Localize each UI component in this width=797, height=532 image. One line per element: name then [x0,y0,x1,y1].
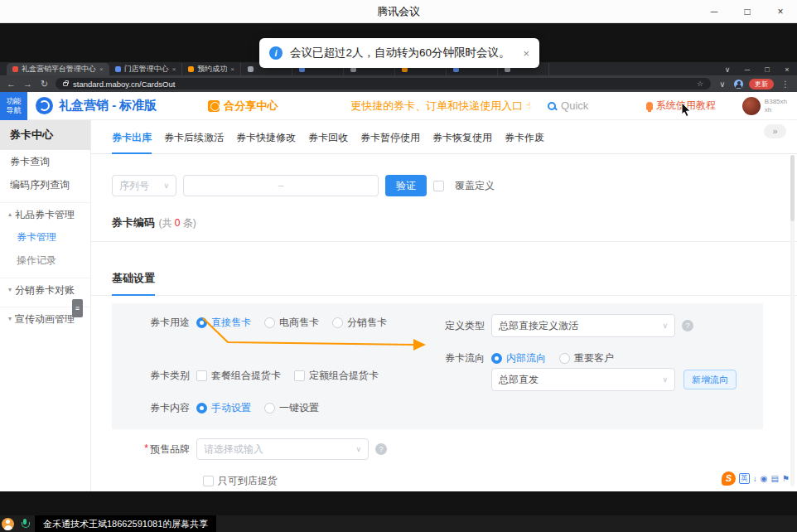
radio-internal-flow[interactable]: 内部流向 [491,351,546,365]
avatar [742,97,761,115]
triangle-up-icon [8,203,12,226]
tab-close-icon[interactable] [172,65,176,73]
radio-off-icon [264,317,275,328]
url-bar[interactable]: standard.maboy.cn/CardsOut [56,78,711,89]
store-pickup-checkbox[interactable] [203,476,214,486]
web-app: 功能导航 礼盒营销 - 标准版 合分享中心 更快捷的券卡、订单和快递使用入口 Q… [0,92,797,491]
brand-select[interactable]: 请选择或输入 [196,438,369,460]
category-row: 券卡类别 套餐组合提货卡 定额组合提货卡 [112,369,392,383]
forward-icon[interactable] [22,79,33,89]
tab-card-quick-edit[interactable]: 券卡快捷修改 [236,131,296,153]
sidebar-group-gift-card-mgmt[interactable]: 礼品券卡管理 [0,202,90,225]
favicon-icon [248,66,254,72]
radio-direct-sale[interactable]: 直接售卡 [196,316,251,330]
chevron-down-icon[interactable] [717,63,737,75]
screen-share-area: 会议已超过2人，自动转为60分钟限时会议。 礼盒营销平台管理中心 门店管理中心 [0,23,797,515]
option-label: 重要客户 [574,351,614,365]
radio-important-customer[interactable]: 重要客户 [559,351,614,365]
radio-ecommerce-sale[interactable]: 电商售卡 [264,316,319,330]
toast-message: 会议已超过2人，自动转为60分钟限时会议。 [290,46,510,60]
add-flow-button[interactable]: 新增流向 [683,370,737,389]
tab-card-recycle[interactable]: 券卡回收 [308,131,348,153]
sidebar-item-card-mgmt[interactable]: 券卡管理 [0,225,90,249]
browser-maximize-icon[interactable] [757,63,777,75]
help-icon[interactable] [375,443,387,455]
flow-select[interactable]: 总部直发 [491,368,675,391]
toast-close-icon[interactable] [523,47,529,60]
bookmark-star-icon[interactable] [697,80,703,88]
checkbox-combo-card[interactable]: 套餐组合提货卡 [196,369,281,383]
browser-window: 礼盒营销平台管理中心 门店管理中心 预约成功 [0,62,797,491]
close-icon[interactable] [764,0,797,22]
plugin-flag-icon[interactable] [782,473,790,484]
tab-card-activate[interactable]: 券卡后续激活 [164,131,224,153]
checkbox-fixed-combo-card[interactable]: 定额组合提货卡 [294,369,379,383]
translate-plugin-icon[interactable]: 英 [739,473,750,484]
help-icon[interactable] [682,320,693,331]
share-center-link[interactable]: 合分享中心 [208,99,278,114]
favicon-icon [12,66,18,72]
back-icon[interactable] [6,79,17,89]
profile-icon[interactable] [734,80,743,89]
flow-select-row: 总部直发 新增流向 [433,368,737,391]
serial-type-select[interactable]: 序列号 [112,175,176,196]
scrollbar[interactable] [790,155,795,486]
serial-range-input[interactable]: – [183,175,379,196]
browser-minimize-icon[interactable] [737,63,757,75]
serial-select-label: 序列号 [119,179,149,193]
lightbulb-icon [646,102,653,110]
browser-close-icon[interactable] [777,63,797,75]
quick-search[interactable]: Quick [548,99,588,112]
tab-card-resume[interactable]: 券卡恢复使用 [432,131,492,153]
gift-icon [208,100,220,112]
radio-on-icon [196,317,207,328]
sidebar-item-operation-log[interactable]: 操作记录 [0,249,90,272]
plugin-s-logo-icon[interactable]: S [722,472,736,486]
radio-off-icon [264,403,275,414]
tab-basic-settings[interactable]: 基础设置 [112,271,155,296]
tab-title: 礼盒营销平台管理中心 [22,64,96,75]
tab-card-outbound[interactable]: 券卡出库 [112,131,152,154]
radio-distribution-sale[interactable]: 分销售卡 [332,316,387,330]
define-type-select[interactable]: 总部直接定义激活 [491,314,675,337]
settings-tabs-row: 基础设置 [91,270,797,296]
range-separator: – [278,180,284,191]
share-status-bar: 金禾通技术王斌18662591081的屏幕共享 [0,515,797,532]
plugin-grid-icon[interactable] [771,473,779,484]
tab-title: 预约成功 [197,64,227,75]
sidebar-section-title: 券卡中心 [0,120,90,150]
browser-update-button[interactable]: 更新 [749,79,774,89]
reload-icon[interactable] [39,79,50,89]
maximize-icon[interactable] [731,0,764,22]
radio-one-click-setup[interactable]: 一键设置 [264,401,319,415]
downloads-chevron-icon[interactable] [717,80,728,89]
usage-label: 券卡用途 [112,316,196,330]
browser-menu-icon[interactable] [780,80,791,89]
codes-count-suffix: 条) [180,217,196,229]
minimize-icon[interactable] [698,0,731,22]
tab-close-icon[interactable] [230,65,234,73]
radio-manual-setup[interactable]: 手动设置 [196,401,251,415]
sidebar-collapse-handle[interactable] [72,299,83,317]
tab-card-pause[interactable]: 券卡暂停使用 [360,131,420,153]
browser-tab[interactable]: 门店管理中心 [109,63,183,75]
user-account[interactable]: B385xh xh [742,97,787,115]
verify-button[interactable]: 验证 [385,175,427,196]
plugin-download-icon[interactable] [753,473,757,484]
browser-tab-active[interactable]: 礼盒营销平台管理中心 [7,63,109,75]
divider [91,241,797,242]
option-label: 一键设置 [279,401,319,415]
plugin-record-icon[interactable] [761,473,768,484]
overwrite-checkbox[interactable] [433,181,444,191]
promo-link[interactable]: 更快捷的券卡、订单和快递使用入口 [350,99,523,114]
option-label: 套餐组合提货卡 [211,369,281,383]
sidebar-item-card-query[interactable]: 券卡查询 [0,150,90,173]
sidebar-group-distribution-recon[interactable]: 分销券卡对账 [0,278,90,301]
user-name: B385xh xh [765,98,787,114]
sidebar-item-code-serial-query[interactable]: 编码序列查询 [0,173,90,196]
nav-toggle-button[interactable]: 功能导航 [0,92,27,120]
panel-collapse-button[interactable] [764,124,786,138]
tab-card-void[interactable]: 券卡作废 [505,131,544,153]
browser-tab[interactable]: 预约成功 [182,63,241,75]
tab-close-icon[interactable] [99,65,104,73]
